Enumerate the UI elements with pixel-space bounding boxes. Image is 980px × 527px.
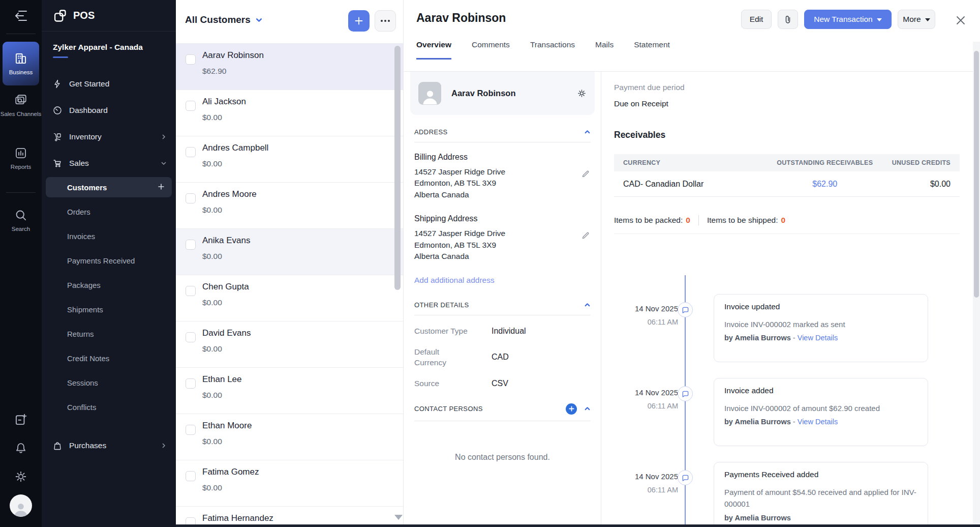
sidebar-item-dashboard[interactable]: Dashboard <box>42 100 176 121</box>
view-details-link[interactable]: View Details <box>798 418 838 426</box>
new-transaction-button[interactable]: New Transaction <box>804 10 892 29</box>
add-customer-icon[interactable] <box>158 183 172 192</box>
main-scrollbar-thumb[interactable] <box>974 51 979 298</box>
sidebar-item-reports[interactable]: Reports <box>0 147 42 171</box>
detail-row: Customer Type Individual <box>414 326 591 337</box>
chevron-up-icon[interactable] <box>584 302 591 308</box>
row-checkbox[interactable] <box>186 471 196 481</box>
row-checkbox[interactable] <box>186 332 196 342</box>
row-checkbox[interactable] <box>186 147 196 157</box>
sidebar-item-business[interactable]: Business <box>3 42 39 85</box>
settings-button[interactable] <box>0 470 42 483</box>
notifications-button[interactable] <box>0 442 42 455</box>
edit-button[interactable]: Edit <box>741 10 772 29</box>
search-icon <box>14 209 27 222</box>
tab-statement[interactable]: Statement <box>634 40 670 60</box>
app-window: Business Sales Channels Reports Search <box>0 0 980 527</box>
customer-row[interactable]: Chen Gupta $0.00 <box>176 275 403 321</box>
customer-amount: $0.00 <box>202 113 222 122</box>
more-button[interactable]: More <box>898 10 935 29</box>
collapse-sidebar-button[interactable] <box>0 5 42 26</box>
horizontal-scrollbar[interactable] <box>176 524 980 527</box>
user-avatar[interactable] <box>0 494 42 517</box>
customer-amount: $0.00 <box>202 344 222 354</box>
contact-persons-section-header[interactable]: CONTACT PERSONS <box>414 403 591 415</box>
row-checkbox[interactable] <box>186 378 196 389</box>
sidebar-item-search[interactable]: Search <box>0 209 42 233</box>
chevron-up-icon[interactable] <box>584 129 591 135</box>
row-checkbox[interactable] <box>186 425 196 435</box>
reports-icon <box>14 147 27 160</box>
org-name[interactable]: Zylker Apparel - Canada <box>53 43 176 52</box>
customer-row[interactable]: Andres Campbell $0.00 <box>176 136 403 183</box>
sidebar-item-customers[interactable]: Customers <box>46 177 172 197</box>
customer-row[interactable]: Fatima Gomez $0.00 <box>176 460 403 507</box>
sidebar-item-sales-channels[interactable]: Sales Channels <box>0 94 42 118</box>
view-details-link[interactable]: View Details <box>798 334 838 342</box>
sidebar-item-invoices[interactable]: Invoices <box>46 226 172 246</box>
row-checkbox[interactable] <box>186 101 196 111</box>
customer-row[interactable]: Andres Moore $0.00 <box>176 183 403 229</box>
sidebar-item-payments-received[interactable]: Payments Received <box>46 250 172 271</box>
customer-row[interactable]: Ethan Lee $0.00 <box>176 368 403 414</box>
cell-unused-credits: $0.00 <box>891 180 960 189</box>
divider <box>698 215 699 225</box>
sidebar-item-purchases[interactable]: Purchases <box>42 435 176 456</box>
edit-billing-address-button[interactable] <box>581 169 590 179</box>
chevron-up-icon[interactable] <box>584 405 591 412</box>
person-icon <box>421 87 439 105</box>
customer-filter-dropdown[interactable]: All Customers <box>185 14 263 25</box>
sidebar-item-shipments[interactable]: Shipments <box>46 299 172 319</box>
receivables-table-row: CAD- Canadian Dollar $62.90 $0.00 <box>614 171 960 197</box>
sidebar-item-inventory[interactable]: Inventory <box>42 127 176 147</box>
sidebar-item-conflicts[interactable]: Conflicts <box>46 397 172 417</box>
tab-overview[interactable]: Overview <box>416 40 451 60</box>
customer-row[interactable]: Fatima Hernandez <box>176 507 403 527</box>
sidebar-item-sessions[interactable]: Sessions <box>46 372 172 393</box>
address-section-header[interactable]: ADDRESS <box>414 128 591 136</box>
other-details-section-header[interactable]: OTHER DETAILS <box>414 301 591 309</box>
sidebar-item-orders[interactable]: Orders <box>46 201 172 222</box>
activity-byline: by Amelia Burrows - View Details <box>724 418 917 426</box>
edit-shipping-address-button[interactable] <box>581 230 590 241</box>
sidebar-item-packages[interactable]: Packages <box>46 275 172 295</box>
customer-name: Ethan Moore <box>202 421 252 431</box>
divider <box>414 142 591 142</box>
tab-transactions[interactable]: Transactions <box>530 40 575 60</box>
row-checkbox[interactable] <box>186 54 196 65</box>
attachments-button[interactable] <box>778 10 798 29</box>
close-button[interactable] <box>954 13 968 27</box>
customer-amount: $0.00 <box>202 437 222 446</box>
customer-row[interactable]: Ali Jackson $0.00 <box>176 90 403 136</box>
cell-outstanding-amount[interactable]: $62.90 <box>759 180 891 189</box>
customer-row[interactable]: David Evans $0.00 <box>176 321 403 368</box>
row-checkbox[interactable] <box>186 286 196 296</box>
customer-row[interactable]: Aarav Robinson $62.90 <box>176 44 403 90</box>
list-scrollbar-thumb[interactable] <box>394 46 401 290</box>
sidebar-item-label: Sales <box>69 159 89 168</box>
add-contact-person-button[interactable] <box>566 403 577 415</box>
customer-settings-button[interactable] <box>577 89 587 98</box>
customer-row[interactable]: Ethan Moore $0.00 <box>176 414 403 460</box>
customer-amount: $0.00 <box>202 483 222 492</box>
lightning-icon <box>53 79 62 89</box>
tab-mails[interactable]: Mails <box>595 40 614 60</box>
add-customer-button[interactable] <box>348 10 370 32</box>
primary-icon-rail: Business Sales Channels Reports Search <box>0 0 42 527</box>
scroll-down-arrow[interactable] <box>394 515 403 520</box>
tab-comments[interactable]: Comments <box>472 40 510 60</box>
detail-label: Customer Type <box>414 326 492 337</box>
customer-row[interactable]: Anika Evans $0.00 <box>176 229 403 275</box>
sidebar-item-credit-notes[interactable]: Credit Notes <box>46 348 172 368</box>
detail-value: CSV <box>492 379 508 388</box>
quick-create-button[interactable] <box>0 413 42 426</box>
detail-tabs: Overview Comments Transactions Mails Sta… <box>416 40 670 60</box>
sidebar-item-get-started[interactable]: Get Started <box>42 74 176 94</box>
list-more-options-button[interactable] <box>375 10 396 32</box>
detail-label: Source <box>414 378 492 389</box>
add-additional-address-link[interactable]: Add additional address <box>414 276 591 285</box>
sidebar-item-returns[interactable]: Returns <box>46 324 172 344</box>
row-checkbox[interactable] <box>186 193 196 203</box>
sidebar-item-sales[interactable]: Sales <box>42 153 176 173</box>
row-checkbox[interactable] <box>186 240 196 250</box>
